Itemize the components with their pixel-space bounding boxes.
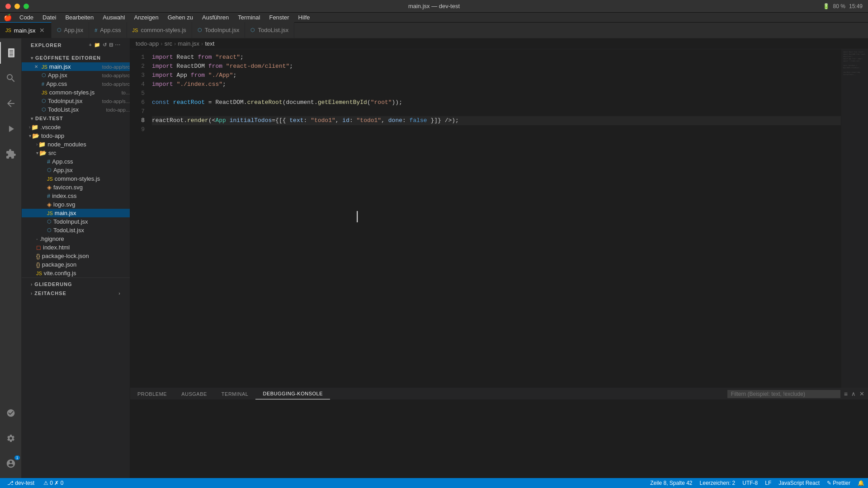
new-file-icon[interactable]: + [89,42,92,48]
activity-search[interactable] [0,67,22,89]
panel-tab-probleme[interactable]: PROBLEME [130,389,174,399]
tree-item-main-jsx[interactable]: JS main.jsx [22,209,130,217]
menu-gehe-zu[interactable]: Gehen zu [164,13,197,22]
tree-item-todo-app[interactable]: ▾ 📂 todo-app [22,131,130,140]
file-spacer-3: ✕ [33,89,40,96]
tab-main-jsx[interactable]: JS main.jsx ✕ [0,22,52,38]
tree-item-favicon[interactable]: ◈ favicon.svg [22,183,130,192]
activity-extensions[interactable] [0,143,22,165]
activity-explorer[interactable] [0,42,22,64]
window-controls[interactable] [5,4,29,9]
refresh-icon[interactable]: ↺ [103,42,107,48]
minimize-button[interactable] [14,4,20,9]
breadcrumb-todo-app[interactable]: todo-app [136,40,159,47]
status-encoding[interactable]: UTF-8 [742,480,758,486]
status-notifications[interactable]: 🔔 [858,480,864,486]
open-editor-main-jsx[interactable]: ✕ JS main.jsx todo-app/src [22,62,130,71]
more-icon[interactable]: ··· [115,42,121,48]
line-num-8: 8 [130,116,145,125]
line-num-1: 1 [130,53,145,62]
open-editor-common-styles[interactable]: ✕ JS common-styles.js to... [22,88,130,97]
tree-item-hgignore[interactable]: · .hgignore [22,235,130,243]
tab-common-styles[interactable]: JS common-styles.js [127,22,192,38]
tree-item-node-modules[interactable]: › 📁 node_modules [22,140,130,149]
status-language[interactable]: JavaScript React [778,480,820,486]
menu-anzeigen[interactable]: Anzeigen [130,13,162,22]
timeline-section[interactable]: › ZEITACHSE › [22,289,130,298]
file-spacer-1: ✕ [33,72,40,79]
panel-tab-terminal[interactable]: TERMINAL [214,389,256,399]
status-position[interactable]: Zeile 8, Spalte 42 [650,480,692,486]
file-icon-indexhtml: ◻ [36,244,41,251]
file-icon-pkglock: {} [36,253,40,259]
tree-item-logo-svg[interactable]: ◈ logo.svg [22,200,130,209]
panel-filter-input[interactable] [727,390,840,398]
tree-item-package-json[interactable]: {} package.json [22,260,130,269]
activity-settings[interactable] [0,427,22,449]
tree-item-app-css[interactable]: # App.css [22,157,130,166]
menu-hilfe[interactable]: Hilfe [295,13,314,22]
menu-ausfuhren[interactable]: Ausführen [198,13,232,22]
code-content[interactable]: import React from "react"; import ReactD… [150,53,841,384]
status-eol[interactable]: LF [765,480,771,486]
menu-terminal[interactable]: Terminal [234,13,264,22]
menu-bearbeiten[interactable]: Bearbeiten [61,13,97,22]
status-spaces[interactable]: Leerzeichen: 2 [700,480,736,486]
tab-close-main-jsx[interactable]: ✕ [38,27,46,34]
menu-datei[interactable]: Datei [39,13,60,22]
panel-close-icon[interactable]: ✕ [859,390,864,397]
collapse-icon[interactable]: ⊟ [109,42,113,48]
file-icon-todoinput: ⬡ [47,219,52,225]
dev-test-section[interactable]: ▾ DEV-TEST [22,114,130,123]
tab-todoinput[interactable]: ⬡ TodoInput.jsx [192,22,245,38]
menu-appname[interactable]: Code [16,13,37,22]
tree-item-vscode[interactable]: › 📁 .vscode [22,123,130,131]
tree-item-app-jsx[interactable]: ⬡ App.jsx [22,166,130,174]
tab-icon-common-js: JS [132,28,138,33]
activity-remote[interactable] [0,402,22,424]
tree-item-common-styles[interactable]: JS common-styles.js [22,174,130,183]
tree-item-src[interactable]: ▾ 📂 src [22,149,130,157]
open-editor-app-css[interactable]: ✕ # App.css todo-app/src [22,80,130,88]
close-button[interactable] [5,4,11,9]
activity-debug[interactable] [0,118,22,140]
tree-label-todolist: TodoList.jsx [53,227,130,234]
breadcrumb-main-jsx[interactable]: main.jsx [178,40,199,47]
panel-tab-debugging[interactable]: DEBUGGING-KONSOLE [255,388,330,399]
tab-app-css[interactable]: # App.css [89,22,127,38]
file-spacer-2: ✕ [33,81,40,87]
status-prettier[interactable]: ✎ Prettier [827,480,850,486]
status-errors[interactable]: ⚠ 0 ✗ 0 [43,480,63,486]
file-icon-js: JS [42,64,47,70]
open-editor-app-jsx[interactable]: ✕ ⬡ App.jsx todo-app/src [22,71,130,80]
code-editor[interactable]: 1 2 3 4 5 6 7 8 9 import React from "rea… [130,49,841,388]
panel-tab-ausgabe[interactable]: AUSGABE [174,389,214,399]
breadcrumb-src[interactable]: src [165,40,172,47]
activity-git[interactable] [0,93,22,114]
close-icon-small[interactable]: ✕ [33,64,40,69]
tab-label-app-jsx: App.jsx [64,27,84,33]
tree-item-todolist-jsx[interactable]: ⬡ TodoList.jsx [22,226,130,235]
menu-auswahl[interactable]: Auswahl [99,13,128,22]
menu-fenster[interactable]: Fenster [265,13,292,22]
tree-item-package-lock[interactable]: {} package-lock.json [22,252,130,260]
file-icon-js-2: JS [42,90,47,95]
tab-app-jsx[interactable]: ⬡ App.jsx [52,22,90,38]
tree-item-todoinput-jsx[interactable]: ⬡ TodoInput.jsx [22,217,130,226]
tree-item-index-css[interactable]: # index.css [22,192,130,200]
maximize-button[interactable] [24,4,29,9]
new-folder-icon[interactable]: 📁 [94,42,101,48]
tree-item-vite-config[interactable]: JS vite.config.js [22,269,130,277]
activity-account[interactable]: 1 [0,453,22,474]
file-icon-indexcss: # [47,192,50,199]
panel-collapse-icon[interactable]: ∧ [851,390,856,397]
tab-icon-todolist: ⬡ [250,27,255,33]
tab-todolist[interactable]: ⬡ TodoList.jsx [245,22,294,38]
open-editors-section[interactable]: ▾ GEÖFFNETE EDITOREN [22,53,130,62]
filter-lines-icon[interactable]: ≡ [844,390,848,398]
status-remote[interactable]: ⎇ dev-test [4,480,38,486]
tree-item-index-html[interactable]: ◻ index.html [22,243,130,252]
open-editor-todoinput[interactable]: ✕ ⬡ TodoInput.jsx todo-app/s... [22,97,130,105]
outline-section[interactable]: › GLIEDERUNG [22,280,130,289]
open-editor-todolist[interactable]: ✕ ⬡ TodoList.jsx todo-app... [22,105,130,114]
